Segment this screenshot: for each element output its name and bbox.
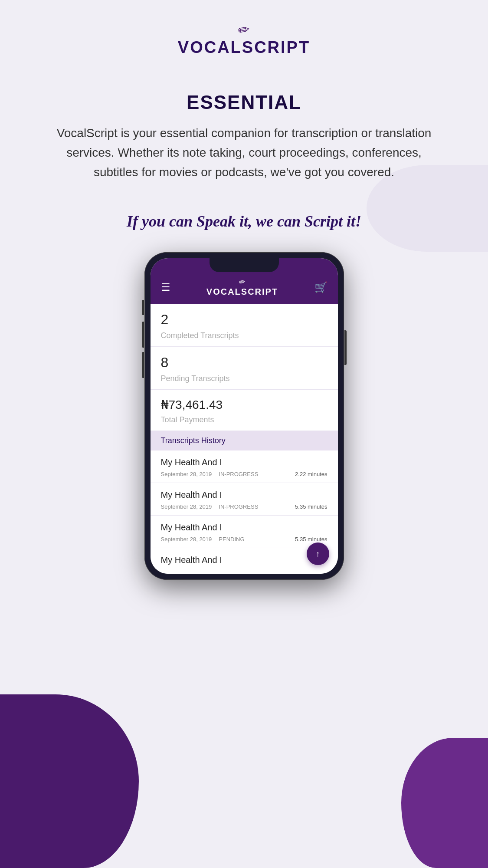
transcripts-history-header: Transcripts History	[151, 431, 338, 450]
pending-count: 8	[161, 355, 328, 371]
completed-label: Completed Transcripts	[161, 331, 328, 340]
logo: ✏ VOCALSCRIPT	[178, 22, 310, 57]
transcript-meta-2: September 28, 2019 IN-PROGRESS 5.35 minu…	[161, 503, 328, 510]
completed-count: 2	[161, 312, 328, 328]
side-button-mute	[142, 300, 144, 315]
transcript-title-3: My Health And I	[161, 523, 328, 533]
app-logo-text: VOCALSCRIPT	[206, 287, 278, 297]
transcript-title-2: My Health And I	[161, 490, 328, 500]
total-payments-label: Total Payments	[161, 415, 328, 424]
app-logo: ✏ VOCALSCRIPT	[206, 277, 278, 297]
transcript-duration-1: 2.22 minutes	[295, 471, 327, 477]
side-button-vol-up	[142, 322, 144, 348]
total-payments-amount: ₦73,461.43	[161, 398, 328, 412]
transcript-item-3[interactable]: My Health And I September 28, 2019 PENDI…	[151, 516, 338, 548]
decorative-blob-right-bottom	[401, 738, 488, 868]
decorative-blob-left	[0, 694, 139, 868]
completed-transcripts-card: 2 Completed Transcripts	[151, 304, 338, 347]
tagline: If you can Speak it, we can Script it!	[26, 212, 462, 230]
transcripts-history-title: Transcripts History	[161, 436, 226, 445]
side-button-vol-down	[142, 352, 144, 378]
transcript-status-1: IN-PROGRESS	[219, 471, 258, 477]
transcript-item-1[interactable]: My Health And I September 28, 2019 IN-PR…	[151, 450, 338, 483]
logo-text: VOCALSCRIPT	[178, 38, 310, 57]
app-pencil-icon: ✏	[238, 277, 246, 287]
transcript-date-3: September 28, 2019	[161, 536, 212, 542]
upload-icon: ↑	[316, 549, 320, 559]
cart-icon[interactable]: 🛒	[314, 281, 328, 293]
transcript-item-2[interactable]: My Health And I September 28, 2019 IN-PR…	[151, 483, 338, 516]
essential-title: ESSENTIAL	[52, 92, 436, 113]
transcript-meta-3: September 28, 2019 PENDING 5.35 minutes	[161, 536, 328, 542]
phone-screen: ☰ ✏ VOCALSCRIPT 🛒 2 Completed Transcript…	[151, 258, 338, 574]
transcript-title-4: My Health And I	[161, 555, 328, 565]
transcript-title-1: My Health And I	[161, 457, 328, 467]
transcript-date-1: September 28, 2019	[161, 471, 212, 477]
pending-label: Pending Transcripts	[161, 374, 328, 383]
transcript-meta-1: September 28, 2019 IN-PROGRESS 2.22 minu…	[161, 471, 328, 477]
phone-outer-frame: ☰ ✏ VOCALSCRIPT 🛒 2 Completed Transcript…	[144, 252, 344, 580]
transcript-item-4[interactable]: My Health And I ↑	[151, 548, 338, 574]
total-payments-card: ₦73,461.43 Total Payments	[151, 390, 338, 431]
transcript-duration-3: 5.35 minutes	[295, 536, 327, 542]
hero-description: VocalScript is your essential companion …	[52, 124, 436, 182]
transcript-status-3: PENDING	[219, 536, 244, 542]
hamburger-icon[interactable]: ☰	[161, 282, 170, 293]
transcript-date-2: September 28, 2019	[161, 503, 212, 510]
pencil-icon: ✏	[237, 21, 251, 39]
pending-transcripts-card: 8 Pending Transcripts	[151, 347, 338, 390]
upload-fab-button[interactable]: ↑	[307, 542, 329, 565]
main-header: ✏ VOCALSCRIPT	[0, 0, 488, 66]
phone-mockup: ☰ ✏ VOCALSCRIPT 🛒 2 Completed Transcript…	[0, 252, 488, 589]
hero-section: ESSENTIAL VocalScript is your essential …	[0, 66, 488, 195]
transcript-status-2: IN-PROGRESS	[219, 503, 258, 510]
side-button-power	[344, 330, 347, 365]
phone-notch	[210, 258, 279, 272]
transcript-duration-2: 5.35 minutes	[295, 503, 327, 510]
